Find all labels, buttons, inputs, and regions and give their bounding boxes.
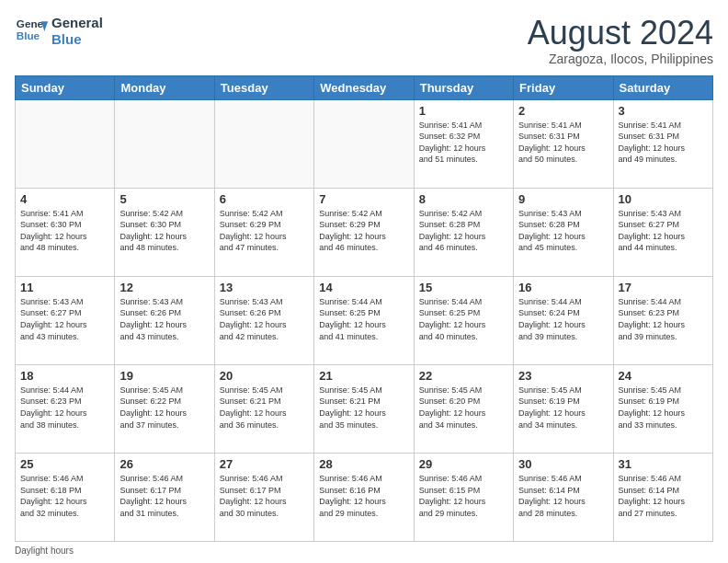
day-info: Sunrise: 5:42 AM Sunset: 6:29 PM Dayligh… [220, 208, 309, 254]
day-info: Sunrise: 5:41 AM Sunset: 6:30 PM Dayligh… [20, 208, 109, 254]
day-info: Sunrise: 5:45 AM Sunset: 6:21 PM Dayligh… [220, 385, 309, 431]
day-info: Sunrise: 5:45 AM Sunset: 6:19 PM Dayligh… [619, 385, 708, 431]
day-number: 5 [119, 192, 209, 206]
calendar-header-row: SundayMondayTuesdayWednesdayThursdayFrid… [16, 75, 713, 99]
calendar-cell: 4Sunrise: 5:41 AM Sunset: 6:30 PM Daylig… [16, 188, 115, 276]
calendar-cell: 9Sunrise: 5:43 AM Sunset: 6:28 PM Daylig… [514, 188, 613, 276]
day-number: 13 [220, 281, 309, 294]
day-number: 3 [619, 104, 708, 118]
page: General Blue General Blue August 2024 Za… [0, 0, 728, 563]
calendar-cell: 11Sunrise: 5:43 AM Sunset: 6:27 PM Dayli… [16, 276, 115, 364]
day-info: Sunrise: 5:46 AM Sunset: 6:14 PM Dayligh… [619, 473, 708, 519]
day-number: 18 [20, 369, 109, 383]
logo-line1: General [51, 15, 103, 31]
calendar-header-wednesday: Wednesday [314, 75, 414, 99]
day-number: 1 [419, 104, 508, 118]
calendar-cell: 21Sunrise: 5:45 AM Sunset: 6:21 PM Dayli… [314, 364, 414, 453]
calendar-cell: 15Sunrise: 5:44 AM Sunset: 6:25 PM Dayli… [414, 276, 513, 364]
day-number: 2 [518, 104, 608, 118]
day-info: Sunrise: 5:46 AM Sunset: 6:14 PM Dayligh… [518, 473, 608, 519]
calendar-cell: 2Sunrise: 5:41 AM Sunset: 6:31 PM Daylig… [514, 99, 613, 188]
day-info: Sunrise: 5:46 AM Sunset: 6:18 PM Dayligh… [20, 473, 109, 519]
calendar-cell: 7Sunrise: 5:42 AM Sunset: 6:29 PM Daylig… [314, 188, 414, 276]
calendar-cell: 28Sunrise: 5:46 AM Sunset: 6:16 PM Dayli… [314, 453, 414, 541]
calendar-cell: 18Sunrise: 5:44 AM Sunset: 6:23 PM Dayli… [16, 364, 115, 453]
title-block: August 2024 Zaragoza, Ilocos, Philippine… [528, 15, 713, 66]
day-info: Sunrise: 5:43 AM Sunset: 6:27 PM Dayligh… [619, 208, 708, 254]
day-number: 10 [619, 192, 708, 206]
calendar-header-monday: Monday [115, 75, 214, 99]
day-info: Sunrise: 5:46 AM Sunset: 6:16 PM Dayligh… [319, 473, 408, 519]
calendar-cell: 1Sunrise: 5:41 AM Sunset: 6:32 PM Daylig… [414, 99, 513, 188]
day-number: 22 [419, 369, 508, 383]
calendar-cell: 8Sunrise: 5:42 AM Sunset: 6:28 PM Daylig… [414, 188, 513, 276]
day-info: Sunrise: 5:43 AM Sunset: 6:28 PM Dayligh… [518, 208, 608, 254]
calendar-cell: 24Sunrise: 5:45 AM Sunset: 6:19 PM Dayli… [613, 364, 712, 453]
day-number: 12 [119, 281, 209, 294]
calendar-cell: 22Sunrise: 5:45 AM Sunset: 6:20 PM Dayli… [414, 364, 513, 453]
day-number: 23 [518, 369, 608, 383]
calendar-cell: 20Sunrise: 5:45 AM Sunset: 6:21 PM Dayli… [214, 364, 313, 453]
day-number: 4 [20, 192, 109, 206]
logo-line2: Blue [51, 31, 103, 48]
day-info: Sunrise: 5:45 AM Sunset: 6:22 PM Dayligh… [119, 385, 209, 431]
svg-text:Blue: Blue [17, 29, 40, 41]
day-number: 19 [119, 369, 209, 383]
day-info: Sunrise: 5:44 AM Sunset: 6:24 PM Dayligh… [518, 296, 608, 342]
calendar-cell: 31Sunrise: 5:46 AM Sunset: 6:14 PM Dayli… [613, 453, 712, 541]
day-number: 27 [220, 457, 309, 471]
day-number: 20 [220, 369, 309, 383]
day-info: Sunrise: 5:42 AM Sunset: 6:28 PM Dayligh… [419, 208, 508, 254]
calendar-cell: 10Sunrise: 5:43 AM Sunset: 6:27 PM Dayli… [613, 188, 712, 276]
calendar-cell: 29Sunrise: 5:46 AM Sunset: 6:15 PM Dayli… [414, 453, 513, 541]
calendar-cell: 26Sunrise: 5:46 AM Sunset: 6:17 PM Dayli… [115, 453, 214, 541]
logo: General Blue General Blue [15, 15, 103, 48]
day-info: Sunrise: 5:44 AM Sunset: 6:25 PM Dayligh… [419, 296, 508, 342]
month-title: August 2024 [528, 15, 713, 52]
calendar-week-0: 1Sunrise: 5:41 AM Sunset: 6:32 PM Daylig… [16, 99, 713, 188]
calendar-header-saturday: Saturday [613, 75, 712, 99]
day-number: 28 [319, 457, 408, 471]
day-info: Sunrise: 5:42 AM Sunset: 6:29 PM Dayligh… [319, 208, 408, 254]
day-number: 30 [518, 457, 608, 471]
calendar-week-3: 18Sunrise: 5:44 AM Sunset: 6:23 PM Dayli… [16, 364, 713, 453]
day-number: 11 [20, 281, 109, 294]
calendar-header-friday: Friday [514, 75, 613, 99]
day-number: 16 [518, 281, 608, 294]
day-number: 6 [220, 192, 309, 206]
calendar-cell: 6Sunrise: 5:42 AM Sunset: 6:29 PM Daylig… [214, 188, 313, 276]
calendar-week-2: 11Sunrise: 5:43 AM Sunset: 6:27 PM Dayli… [16, 276, 713, 364]
calendar-cell: 3Sunrise: 5:41 AM Sunset: 6:31 PM Daylig… [613, 99, 712, 188]
location: Zaragoza, Ilocos, Philippines [528, 52, 713, 66]
day-number: 25 [20, 457, 109, 471]
header: General Blue General Blue August 2024 Za… [15, 15, 713, 66]
day-number: 17 [619, 281, 708, 294]
day-info: Sunrise: 5:45 AM Sunset: 6:20 PM Dayligh… [419, 385, 508, 431]
calendar-cell: 13Sunrise: 5:43 AM Sunset: 6:26 PM Dayli… [214, 276, 313, 364]
day-info: Sunrise: 5:41 AM Sunset: 6:31 PM Dayligh… [619, 120, 708, 166]
calendar-cell: 17Sunrise: 5:44 AM Sunset: 6:23 PM Dayli… [613, 276, 712, 364]
calendar-header-tuesday: Tuesday [214, 75, 313, 99]
day-number: 24 [619, 369, 708, 383]
day-info: Sunrise: 5:44 AM Sunset: 6:23 PM Dayligh… [20, 385, 109, 431]
day-number: 26 [119, 457, 209, 471]
day-info: Sunrise: 5:45 AM Sunset: 6:19 PM Dayligh… [518, 385, 608, 431]
calendar-cell [16, 99, 115, 188]
calendar-cell [314, 99, 414, 188]
calendar-cell [214, 99, 313, 188]
calendar-cell [115, 99, 214, 188]
day-number: 29 [419, 457, 508, 471]
day-info: Sunrise: 5:43 AM Sunset: 6:26 PM Dayligh… [220, 296, 309, 342]
calendar-week-4: 25Sunrise: 5:46 AM Sunset: 6:18 PM Dayli… [16, 453, 713, 541]
calendar-cell: 19Sunrise: 5:45 AM Sunset: 6:22 PM Dayli… [115, 364, 214, 453]
day-number: 14 [319, 281, 408, 294]
day-number: 31 [619, 457, 708, 471]
calendar-week-1: 4Sunrise: 5:41 AM Sunset: 6:30 PM Daylig… [16, 188, 713, 276]
day-number: 7 [319, 192, 408, 206]
day-info: Sunrise: 5:41 AM Sunset: 6:31 PM Dayligh… [518, 120, 608, 166]
day-info: Sunrise: 5:44 AM Sunset: 6:25 PM Dayligh… [319, 296, 408, 342]
day-number: 8 [419, 192, 508, 206]
day-info: Sunrise: 5:45 AM Sunset: 6:21 PM Dayligh… [319, 385, 408, 431]
calendar-cell: 25Sunrise: 5:46 AM Sunset: 6:18 PM Dayli… [16, 453, 115, 541]
calendar-cell: 5Sunrise: 5:42 AM Sunset: 6:30 PM Daylig… [115, 188, 214, 276]
